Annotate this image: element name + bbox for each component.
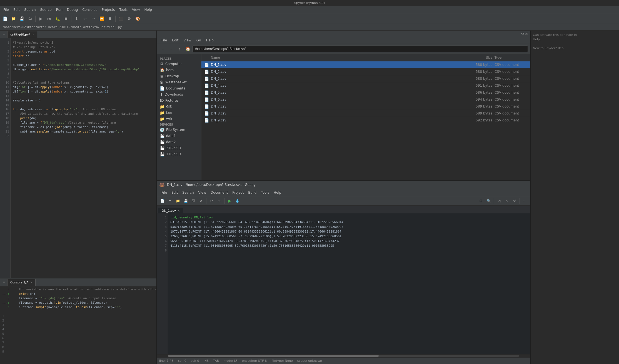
fm-menu-help[interactable]: Help <box>204 38 216 43</box>
geany-run-btn[interactable]: ▶ <box>226 197 233 205</box>
debug-stop-btn[interactable]: ⏸ <box>106 15 114 23</box>
menu-view[interactable]: View <box>130 7 142 12</box>
fm-path-input[interactable] <box>193 46 528 52</box>
menu-consoles[interactable]: Consoles <box>80 7 99 12</box>
stop-btn[interactable]: ⏹ <box>62 15 70 23</box>
geany-content[interactable]: 12345678 ;id;geometry;DN;lat;lon 6315;63… <box>157 213 530 354</box>
geany-dropdown-btn[interactable]: ▼ <box>166 197 174 205</box>
panel-toggle[interactable]: ≡ <box>1 31 7 38</box>
menu-source[interactable]: Source <box>38 7 54 12</box>
geany-new-btn[interactable]: 📄 <box>159 197 166 205</box>
fm-sidebar-1tb-ssd[interactable]: 💾 1TB_SSD <box>157 151 201 157</box>
geany-undo-btn[interactable]: ↩ <box>208 197 215 205</box>
fm-file-row-dn6[interactable]: 📄 DN_6.csv 594 bytes CSV document <box>201 96 530 103</box>
console-tab[interactable]: Console 1/A ✕ <box>7 279 36 286</box>
geany-tab-dn1[interactable]: DN_1.csv ✕ <box>158 208 183 213</box>
continue-btn[interactable]: ⏩ <box>98 15 106 23</box>
geany-hscroll-thumb[interactable] <box>168 355 379 357</box>
fm-file-row-dn2[interactable]: 📄 DN_2.csv 588 bytes CSV document <box>201 68 530 75</box>
fm-sidebar-computer[interactable]: 🖥 Computer <box>157 61 201 67</box>
geany-menu-help[interactable]: Help <box>271 190 283 195</box>
console-tab-close[interactable]: ✕ <box>30 281 32 284</box>
geany-code-content[interactable]: ;id;geometry;DN;lat;lon 6315;6315.0;POIN… <box>168 213 530 354</box>
geany-nav-prev-btn[interactable]: ◁ <box>495 197 503 205</box>
code-editor[interactable]: 12345 678910 1112131415 1617181920 2122 … <box>0 38 156 278</box>
save-btn[interactable]: 💾 <box>18 15 26 23</box>
fm-menu-go[interactable]: Go <box>194 38 203 43</box>
fm-up-btn[interactable]: ↑ <box>176 45 183 53</box>
geany-menu-file[interactable]: File <box>159 190 169 195</box>
geany-tab-close[interactable]: ✕ <box>178 209 180 212</box>
fm-sidebar-kod[interactable]: 📁 Kod <box>157 110 201 116</box>
fm-col-size[interactable]: Size <box>472 56 495 59</box>
debug-btn[interactable]: 🐛 <box>54 15 61 23</box>
fm-sidebar-data1[interactable]: 💾 data1 <box>157 133 201 139</box>
console-content[interactable]: ...: #dn variable is now the value of dn… <box>0 286 156 364</box>
fm-file-row-dn9[interactable]: 📄 DN_9.csv 592 bytes CSV document <box>201 117 530 124</box>
fm-file-row-dn7[interactable]: 📄 DN_7.csv 589 bytes CSV document <box>201 103 530 110</box>
fm-sidebar-bera[interactable]: 🏠 bera <box>157 67 201 73</box>
fm-file-row-dn5[interactable]: 📄 DN_5.csv 586 bytes CSV document <box>201 89 530 96</box>
fm-sidebar-downloads[interactable]: ⬇ Downloads <box>157 91 201 98</box>
editor-tab-close[interactable]: ✕ <box>32 33 34 36</box>
fm-menu-file[interactable]: File <box>159 38 169 43</box>
fm-home-btn[interactable]: 🏠 <box>184 45 191 53</box>
geany-menu-edit[interactable]: Edit <box>169 190 180 195</box>
geany-refresh-btn[interactable]: ↺ <box>511 197 518 205</box>
menu-help[interactable]: Help <box>142 7 154 12</box>
console-panel-toggle[interactable]: ≡ <box>1 278 7 286</box>
menu-search[interactable]: Search <box>22 7 38 12</box>
run-btn[interactable]: ▶ <box>37 15 45 23</box>
fm-sidebar-wrk[interactable]: 📁 wrk <box>157 116 201 122</box>
fm-sidebar-desktop[interactable]: 🖥 Desktop <box>157 73 201 79</box>
geany-minimize-btn[interactable]: ⊟ <box>477 197 485 205</box>
fm-sidebar-gis[interactable]: 📁 GIS <box>157 104 201 110</box>
geany-nav-next-btn[interactable]: ▷ <box>503 197 510 205</box>
geany-more-btn[interactable]: ⋯ <box>521 197 528 205</box>
fm-file-row-dn4[interactable]: 📄 DN_4.csv 591 bytes CSV document <box>201 82 530 89</box>
menu-debug[interactable]: Debug <box>65 7 80 12</box>
geany-hscroll-track[interactable] <box>168 355 519 357</box>
geany-hscrollbar[interactable] <box>157 354 530 357</box>
geany-open-btn[interactable]: 📁 <box>174 197 181 205</box>
geany-menu-search[interactable]: Search <box>180 190 196 195</box>
fm-sidebar-data2[interactable]: 💾 data2 <box>157 139 201 145</box>
geany-color-btn[interactable]: 💧 <box>234 197 241 205</box>
editor-tab-untitled0[interactable]: untitled0.py* ✕ <box>7 31 37 38</box>
maximize-btn[interactable]: ⬛ <box>117 15 125 23</box>
new-file-btn[interactable]: 📄 <box>1 15 9 23</box>
geany-saveas-btn[interactable]: 🖫 <box>190 197 197 205</box>
fm-menu-view[interactable]: View <box>181 38 193 43</box>
fm-file-row-dn8[interactable]: 📄 DN_8.csv 589 bytes CSV document <box>201 110 530 117</box>
geany-menu-tools[interactable]: Tools <box>259 190 271 195</box>
run-cell-btn[interactable]: ⏭ <box>45 15 53 23</box>
geany-menu-document[interactable]: Document <box>208 190 230 195</box>
save-all-btn[interactable]: 🗂 <box>26 15 34 23</box>
settings-btn[interactable]: ⚙ <box>125 15 133 23</box>
fm-sidebar-filesystem[interactable]: 💽 File System <box>157 127 201 133</box>
step-btn[interactable]: ⬇ <box>73 15 81 23</box>
fm-back-btn[interactable]: ← <box>159 45 166 53</box>
fm-sidebar-wastebasket[interactable]: 🗑 Wastebasket <box>157 79 201 85</box>
geany-close-btn[interactable]: ✕ <box>198 197 205 205</box>
fm-sidebar-pictures[interactable]: 🖼 Pictures <box>157 98 201 104</box>
fm-menu-edit[interactable]: Edit <box>170 38 181 43</box>
step-into-btn[interactable]: ↩ <box>81 15 89 23</box>
fm-sidebar-documents[interactable]: 📄 Documents <box>157 85 201 91</box>
step-return-btn[interactable]: ↪ <box>89 15 97 23</box>
fm-col-type[interactable]: Type <box>495 56 528 59</box>
geany-menu-build[interactable]: Build <box>246 190 259 195</box>
geany-menu-view[interactable]: View <box>196 190 208 195</box>
geany-redo-btn[interactable]: ↪ <box>216 197 223 205</box>
fm-file-row-dn3[interactable]: 📄 DN_3.csv 588 bytes CSV document <box>201 75 530 82</box>
menu-edit[interactable]: Edit <box>11 7 22 12</box>
geany-save-btn[interactable]: 💾 <box>182 197 189 205</box>
fm-forward-btn[interactable]: → <box>168 45 175 53</box>
fm-sidebar-2tb-ssd[interactable]: 💾 2TB_SSD <box>157 145 201 151</box>
geany-menu-project[interactable]: Project <box>230 190 246 195</box>
open-btn[interactable]: 📁 <box>9 15 17 23</box>
theme-btn[interactable]: 🎨 <box>134 15 141 23</box>
menu-projects[interactable]: Projects <box>99 7 117 12</box>
menu-run[interactable]: Run <box>54 7 65 12</box>
menu-tools[interactable]: Tools <box>117 7 130 12</box>
